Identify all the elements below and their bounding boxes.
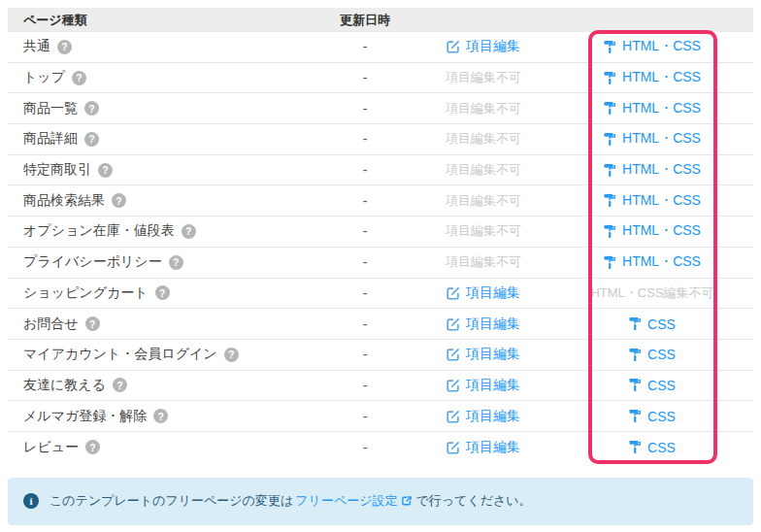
info-text-before: このテンプレートのフリーページの変更は <box>50 492 293 510</box>
item-edit-link[interactable]: 項目編集 <box>447 439 520 456</box>
help-icon[interactable]: ? <box>57 40 72 54</box>
item-edit-label: 項目編集 <box>466 408 520 425</box>
help-icon[interactable]: ? <box>169 255 183 270</box>
template-edit-page: ページ種類 更新日時 共通 ? - 項目編集 <box>0 0 761 532</box>
free-page-settings-link[interactable]: フリーページ設定 <box>295 492 397 510</box>
table-row: 特定商取引 ? - 項目編集不可 HTML・CSS <box>8 155 753 186</box>
table-row: メルマガ登録・解除 ? - 項目編集 CSS <box>8 401 753 432</box>
html-css-edit-link[interactable]: CSS <box>629 378 676 393</box>
updated-at-value: - <box>340 378 390 393</box>
updated-at-value: - <box>340 285 390 301</box>
page-type-label: プライバシーポリシー <box>23 253 162 271</box>
help-icon[interactable]: ? <box>85 440 100 454</box>
item-edit-link[interactable]: 項目編集 <box>447 284 520 302</box>
page-type-label: マイアカウント・会員ログイン <box>23 346 217 363</box>
page-type-label: トップ <box>23 69 65 86</box>
html-css-edit-link[interactable]: CSS <box>629 409 676 424</box>
paint-roller-icon <box>604 224 616 239</box>
item-edit-disabled-label: 項目編集不可 <box>446 130 521 148</box>
item-edit-disabled-label: 項目編集不可 <box>446 222 521 240</box>
updated-at-value: - <box>340 347 390 362</box>
html-css-edit-label: CSS <box>647 440 676 455</box>
help-icon[interactable]: ? <box>72 71 86 85</box>
table-body: 共通 ? - 項目編集 HTML・CSS <box>8 32 753 463</box>
html-css-edit-label: HTML・CSS <box>622 130 701 148</box>
updated-at-value: - <box>340 162 390 178</box>
help-icon[interactable]: ? <box>84 101 99 116</box>
paint-roller-icon <box>629 348 642 362</box>
table-row: 商品一覧 ? - 項目編集不可 HTML・CSS <box>8 93 753 124</box>
info-icon: i <box>23 493 39 509</box>
table-row: オプション在庫・値段表 ? - 項目編集不可 HTML・CSS <box>8 216 753 248</box>
help-icon[interactable]: ? <box>224 348 239 362</box>
updated-at-value: - <box>340 39 390 54</box>
help-icon[interactable]: ? <box>98 163 113 178</box>
paint-roller-icon <box>604 71 616 85</box>
html-css-edit-link[interactable]: CSS <box>629 316 676 332</box>
html-css-edit-link[interactable]: HTML・CSS <box>604 38 701 55</box>
item-edit-link[interactable]: 項目編集 <box>447 38 520 55</box>
item-edit-label: 項目編集 <box>466 284 520 302</box>
paint-roller-icon <box>629 440 642 454</box>
html-css-edit-link[interactable]: HTML・CSS <box>604 130 701 148</box>
item-edit-link[interactable]: 項目編集 <box>447 346 520 363</box>
html-css-edit-link[interactable]: HTML・CSS <box>604 161 701 179</box>
edit-icon <box>447 410 460 423</box>
help-icon[interactable]: ? <box>85 316 100 331</box>
html-css-edit-label: HTML・CSS <box>622 38 701 55</box>
updated-at-value: - <box>340 254 390 270</box>
updated-at-value: - <box>340 409 390 424</box>
updated-at-value: - <box>340 223 390 239</box>
page-type-label: 特定商取引 <box>23 161 91 179</box>
help-icon[interactable]: ? <box>182 224 196 239</box>
item-edit-disabled-label: 項目編集不可 <box>446 253 521 271</box>
item-edit-label: 項目編集 <box>466 377 520 394</box>
help-icon[interactable]: ? <box>113 378 127 392</box>
table-row: ショッピングカート ? - 項目編集 HTML・CSS編集不可 <box>8 279 753 310</box>
item-edit-label: 項目編集 <box>466 38 520 55</box>
help-icon[interactable]: ? <box>84 132 99 147</box>
info-bar: i このテンプレートのフリーページの変更は フリーページ設定 で行ってください。 <box>8 478 753 525</box>
paint-roller-icon <box>629 316 642 331</box>
html-css-edit-label: HTML・CSS <box>622 161 701 179</box>
table-row: 友達に教える ? - 項目編集 CSS <box>8 371 753 402</box>
html-css-edit-link[interactable]: HTML・CSS <box>604 69 701 86</box>
col-header-updated-at: 更新日時 <box>330 12 400 29</box>
edit-icon <box>447 40 460 53</box>
html-css-edit-link[interactable]: HTML・CSS <box>604 100 701 117</box>
col-header-page-type: ページ種類 <box>8 12 330 29</box>
help-icon[interactable]: ? <box>112 193 126 208</box>
html-css-edit-label: CSS <box>647 347 676 362</box>
html-css-edit-label: CSS <box>647 378 676 393</box>
html-css-disabled-label: HTML・CSS編集不可 <box>590 284 713 302</box>
html-css-edit-label: HTML・CSS <box>622 69 701 86</box>
html-css-edit-link[interactable]: HTML・CSS <box>604 253 701 271</box>
updated-at-value: - <box>340 131 390 147</box>
help-icon[interactable]: ? <box>153 409 168 423</box>
page-type-label: 友達に教える <box>23 377 106 394</box>
html-css-edit-label: CSS <box>647 409 676 424</box>
updated-at-value: - <box>340 316 390 332</box>
table-row: マイアカウント・会員ログイン ? - 項目編集 <box>8 340 753 371</box>
html-css-edit-label: HTML・CSS <box>622 253 701 271</box>
help-icon[interactable]: ? <box>155 285 170 300</box>
edit-icon <box>447 317 460 331</box>
edit-icon <box>447 379 460 392</box>
paint-roller-icon <box>604 193 616 208</box>
table-row: 商品詳細 ? - 項目編集不可 HTML・CSS <box>8 124 753 155</box>
table-row: お問合せ ? - 項目編集 CSS <box>8 309 753 340</box>
paint-roller-icon <box>604 40 616 54</box>
paint-roller-icon <box>604 132 616 147</box>
edit-icon <box>447 286 460 300</box>
item-edit-link[interactable]: 項目編集 <box>447 408 520 425</box>
page-type-label: オプション在庫・値段表 <box>23 222 175 240</box>
item-edit-link[interactable]: 項目編集 <box>447 377 520 394</box>
html-css-edit-link[interactable]: CSS <box>629 440 676 455</box>
page-type-label: 共通 <box>23 38 50 55</box>
html-css-edit-label: HTML・CSS <box>622 192 701 210</box>
html-css-edit-link[interactable]: HTML・CSS <box>604 222 701 240</box>
html-css-edit-link[interactable]: CSS <box>629 347 676 362</box>
html-css-edit-link[interactable]: HTML・CSS <box>604 192 701 210</box>
item-edit-label: 項目編集 <box>466 316 520 333</box>
item-edit-link[interactable]: 項目編集 <box>447 316 520 333</box>
